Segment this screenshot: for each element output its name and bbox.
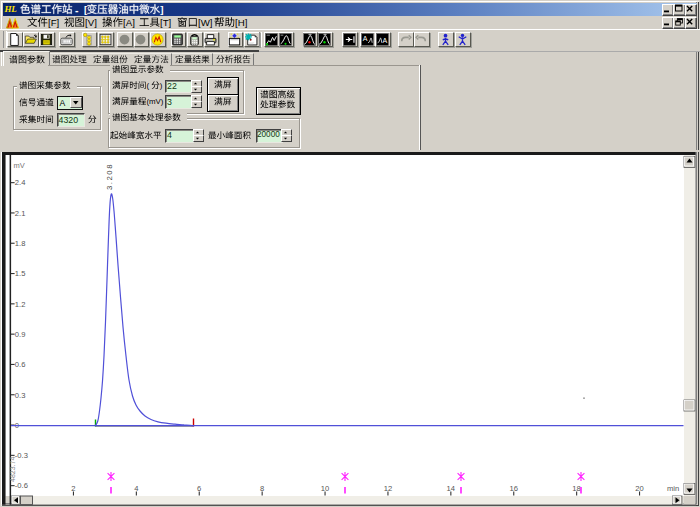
svg-text:[H]: [H] [235, 17, 247, 28]
svg-text:(mV): (mV) [146, 98, 163, 107]
svg-text:8: 8 [260, 484, 264, 493]
svg-text:0.3: 0.3 [15, 391, 26, 400]
svg-text:0.9: 0.9 [15, 330, 26, 339]
svg-text:20: 20 [635, 484, 643, 493]
svg-text:mV: mV [14, 161, 25, 170]
svg-text:-0.6: -0.6 [15, 481, 28, 490]
svg-text:A: A [362, 35, 367, 42]
svg-text:[A]: [A] [123, 17, 135, 28]
svg-text:min: min [667, 484, 679, 493]
svg-text:2.4: 2.4 [15, 178, 26, 187]
svg-text:-0.3: -0.3 [15, 451, 28, 460]
svg-text:18: 18 [572, 484, 580, 493]
svg-text:4: 4 [134, 484, 138, 493]
svg-text:[V]: [V] [85, 17, 97, 28]
svg-text:[F]: [F] [48, 17, 59, 28]
svg-text:]: ] [160, 4, 163, 15]
svg-text:16: 16 [509, 484, 517, 493]
svg-text:(: ( [146, 82, 149, 91]
svg-text:1.2: 1.2 [15, 300, 26, 309]
svg-text:1.5: 1.5 [15, 269, 26, 278]
svg-text:14: 14 [447, 484, 455, 493]
svg-text:10: 10 [321, 484, 329, 493]
svg-text:[W]: [W] [198, 17, 213, 28]
svg-text:3.208: 3.208 [105, 163, 114, 190]
svg-text:0.6: 0.6 [15, 360, 26, 369]
svg-text:6: 6 [197, 484, 201, 493]
svg-text:12: 12 [384, 484, 392, 493]
svg-text:): ) [160, 82, 163, 91]
svg-text:A: A [382, 37, 387, 44]
svg-text:2.1: 2.1 [15, 209, 26, 218]
svg-text:1.8: 1.8 [15, 239, 26, 248]
svg-text:2: 2 [71, 484, 75, 493]
svg-text:[T]: [T] [160, 17, 171, 28]
svg-text:4823.74: 4823.74 [9, 457, 16, 482]
